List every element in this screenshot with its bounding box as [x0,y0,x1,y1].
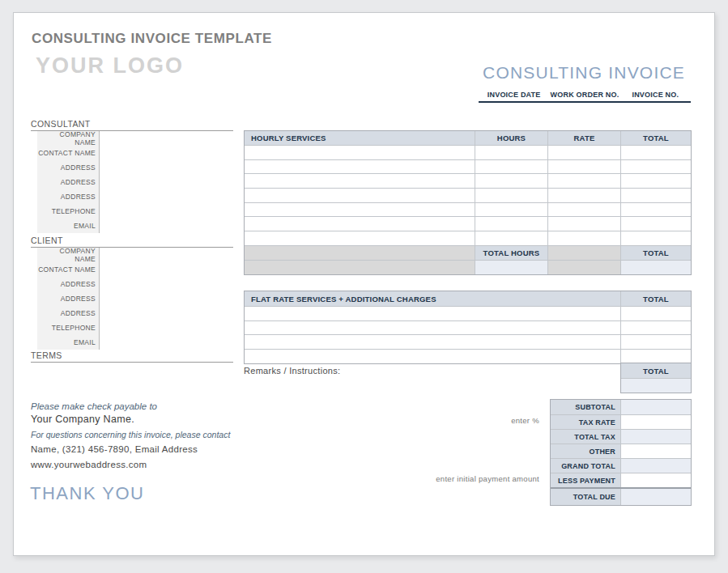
summary-table: SUBTOTALTAX RATETOTAL TAXOTHERGRAND TOTA… [550,399,692,506]
field-row: EMAIL [37,219,99,233]
flat-rate-header-row: FLAT RATE SERVICES + ADDITIONAL CHARGES … [245,291,691,306]
client-heading: CLIENT [31,236,233,248]
total-hours-value-row [245,260,691,274]
desktop-background: CONSULTING INVOICE TEMPLATE YOUR LOGO CO… [0,0,728,573]
summary-value-cell[interactable] [620,430,691,444]
invoice-date-label: INVOICE DATE [479,91,549,99]
summary-value-cell[interactable] [620,444,691,458]
address-label: ADDRESS [61,280,99,288]
table-cell[interactable] [245,146,475,159]
field-row: CONTACT NAME [37,146,99,160]
table-cell[interactable] [547,203,620,217]
summary-label: TAX RATE [551,415,620,429]
remarks-input-area[interactable] [244,377,612,400]
table-cell[interactable] [475,231,547,245]
summary-value-cell[interactable] [620,415,691,429]
summary-label: TOTAL DUE [551,489,620,505]
table-cell[interactable] [245,307,620,320]
address-label: ADDRESS [61,295,99,303]
table-cell[interactable] [620,307,691,320]
hourly-services-column-header: HOURLY SERVICES [245,131,475,145]
table-cell[interactable] [245,174,475,188]
summary-value-cell[interactable] [620,400,691,414]
table-cell[interactable] [547,146,620,159]
remarks-label: Remarks / Instructions: [244,366,340,376]
table-cell[interactable] [547,160,620,174]
table-cell[interactable] [475,174,547,188]
tax-rate-note: enter % [511,416,539,425]
flat-total-value-cell[interactable] [621,378,691,393]
summary-value-cell[interactable] [620,489,691,505]
hourly-total-value-cell[interactable] [620,261,691,274]
total-hours-row: TOTAL HOURS TOTAL [245,245,691,260]
table-cell[interactable] [245,231,475,245]
table-cell[interactable] [547,217,620,231]
table-cell[interactable] [475,189,547,202]
work-order-no-label: WORK ORDER NO. [549,91,619,99]
table-cell[interactable] [475,217,547,231]
table-cell[interactable] [475,203,547,217]
flat-total-column-header: TOTAL [620,291,691,306]
table-cell[interactable] [620,174,691,188]
table-row [245,231,691,245]
table-cell[interactable] [245,189,475,202]
table-cell[interactable] [245,321,620,335]
client-input-area[interactable] [100,248,233,350]
table-cell[interactable] [620,160,691,174]
address-label: ADDRESS [61,163,99,172]
table-cell[interactable] [245,350,620,363]
table-cell[interactable] [620,189,691,202]
table-cell[interactable] [475,160,547,174]
contact-name-label: CONTACT NAME [38,265,99,274]
table-cell[interactable] [620,146,691,159]
hourly-body [245,145,691,245]
table-row [245,145,691,159]
field-row: TELEPHONE [37,320,99,335]
table-cell[interactable] [245,335,620,349]
table-cell[interactable] [547,231,620,245]
table-cell[interactable] [620,231,691,245]
table-row [245,349,691,363]
work-order-no-input[interactable] [549,103,619,117]
field-row: ADDRESS [37,160,99,175]
summary-row: TOTAL TAX [551,429,691,444]
terms-heading: TERMS [31,350,233,363]
table-cell[interactable] [620,335,691,349]
table-cell[interactable] [620,217,691,231]
email-label: EMAIL [74,222,99,230]
email-label: EMAIL [74,338,99,346]
table-cell[interactable] [620,203,691,217]
table-cell[interactable] [547,189,620,202]
summary-value-cell[interactable] [620,473,691,487]
telephone-label: TELEPHONE [52,324,99,332]
total-column-header: TOTAL [620,131,691,145]
invoice-title: CONSULTING INVOICE [483,63,685,83]
invoice-date-input[interactable] [479,103,549,117]
table-cell[interactable] [620,350,691,363]
client-field-labels: COMPANY NAME CONTACT NAME ADDRESS ADDRES… [37,248,100,350]
table-cell[interactable] [475,146,547,159]
hourly-header-row: HOURLY SERVICES HOURS RATE TOTAL [245,131,691,145]
table-row [245,334,691,349]
invoice-page: CONSULTING INVOICE TEMPLATE YOUR LOGO CO… [13,12,715,556]
company-name-label: COMPANY NAME [37,130,99,146]
table-cell[interactable] [245,203,475,217]
field-row: COMPANY NAME [37,131,99,146]
summary-value-cell[interactable] [620,459,691,473]
consultant-field-labels: COMPANY NAME CONTACT NAME ADDRESS ADDRES… [37,131,100,233]
rate-column-header: RATE [547,131,620,145]
invoice-no-input[interactable] [620,103,691,117]
logo-placeholder[interactable]: YOUR LOGO [36,53,184,79]
flat-rate-total-block: TOTAL [620,363,692,393]
table-cell[interactable] [245,160,475,174]
total-hours-value-cell[interactable] [475,261,547,274]
page-title: CONSULTING INVOICE TEMPLATE [32,31,272,47]
field-row: COMPANY NAME [37,248,99,262]
table-cell[interactable] [620,321,691,335]
filler-cell [245,261,475,274]
field-row: ADDRESS [37,175,99,189]
consultant-input-area[interactable] [100,131,233,233]
table-cell[interactable] [245,217,475,231]
table-cell[interactable] [547,174,620,188]
invoice-meta-values [479,103,691,117]
